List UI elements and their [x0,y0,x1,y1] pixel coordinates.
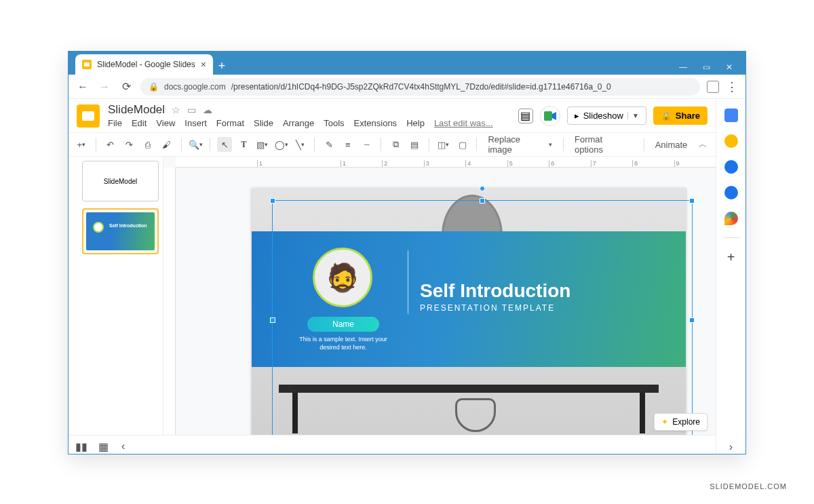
share-label: Share [676,111,700,121]
explore-icon: ✦ [661,417,668,427]
menu-file[interactable]: File [108,118,122,128]
resize-handle[interactable] [270,317,275,323]
menu-help[interactable]: Help [406,118,425,128]
move-icon[interactable]: ▭ [187,104,196,115]
contacts-icon[interactable] [724,186,738,199]
doc-title[interactable]: SlideModel [108,103,165,117]
window-title-bar: SlideModel - Google Slides × + — ▭ ✕ [69,52,745,75]
grid-view-icon[interactable]: ▦ [98,440,111,450]
tab-title: SlideModel - Google Slides [97,60,195,69]
keep-icon[interactable] [724,134,738,148]
address-bar: ← → ⟳ 🔒 docs.google.com/presentation/d/1… [69,75,745,99]
menu-edit[interactable]: Edit [132,118,147,128]
doc-header: SlideModel ☆ ▭ ☁ File Edit View Insert F… [69,99,716,132]
border-dash-button[interactable]: ┄ [360,137,374,152]
browser-window: SlideModel - Google Slides × + — ▭ ✕ ← →… [68,51,746,454]
resize-handle[interactable] [689,198,695,203]
zoom-button[interactable]: 🔍▾ [189,137,204,152]
slideshow-button[interactable]: ▸ Slideshow▼ [567,106,646,125]
resize-handle[interactable] [270,198,275,203]
url-input[interactable]: 🔒 docs.google.com/presentation/d/1hICDq4… [140,78,700,96]
slide-canvas[interactable]: 1123456789 🧔 Name [163,157,716,435]
select-tool[interactable]: ↖ [217,137,232,152]
cloud-status-icon[interactable]: ☁ [203,104,212,115]
redo-button[interactable]: ↷ [121,137,136,152]
comment-button[interactable]: ▤ [407,137,422,152]
format-options-button[interactable]: Format options [570,134,637,155]
collapse-panel-icon[interactable]: ‹ [121,440,134,450]
back-button[interactable]: ← [75,81,90,93]
toolbar: +▾ ↶ ↷ ⎙ 🖌 🔍▾ ↖ 𝐓 ▧▾ ◯▾ ╲▾ ✎ ≡ ┄ ⧉ [69,132,716,157]
close-tab-icon[interactable]: × [201,59,206,70]
new-slide-button[interactable]: +▾ [74,137,89,152]
browser-tab[interactable]: SlideModel - Google Slides × [75,54,213,75]
border-color-button[interactable]: ✎ [322,137,336,152]
horizontal-ruler: 1123456789 [176,157,716,168]
shape-tool[interactable]: ◯▾ [274,137,289,152]
menu-view[interactable]: View [156,118,175,128]
comments-icon[interactable]: ▤ [518,109,533,123]
window-controls: — ▭ ✕ [667,60,745,75]
maps-icon[interactable] [724,212,738,225]
resize-handle[interactable] [480,198,485,203]
image-tool[interactable]: ▧▾ [255,137,270,152]
reload-button[interactable]: ⟳ [119,80,134,93]
menu-extensions[interactable]: Extensions [354,118,398,128]
add-addon-icon[interactable]: + [724,250,738,264]
animate-button[interactable]: Animate [651,140,692,150]
tasks-icon[interactable] [724,160,738,174]
side-panel: + › [716,99,745,454]
rotate-handle[interactable] [480,186,485,191]
browser-menu-icon[interactable]: ⋮ [726,79,739,94]
url-path: /presentation/d/1hICDq4-h9DG-J5sp2ZQkRd7… [231,82,611,92]
collapse-toolbar-icon[interactable]: ︿ [695,137,710,152]
slides-logo-icon[interactable] [77,104,100,128]
menu-insert[interactable]: Insert [185,118,207,128]
slide-thumbnails: 1 SlideModel 2 Self Introduction [69,157,163,435]
resize-handle[interactable] [689,317,695,323]
slide-thumb-1[interactable]: SlideModel [82,161,159,201]
crop-button[interactable]: ◫▾ [436,137,451,152]
extension-icon[interactable] [707,81,719,93]
new-tab-button[interactable]: + [213,57,231,75]
watermark: SLIDEMODEL.COM [710,482,787,490]
close-window-icon[interactable]: ✕ [720,62,739,72]
svg-rect-0 [544,111,552,121]
slide-thumb-2[interactable]: Self Introduction [82,208,159,254]
menu-tools[interactable]: Tools [324,118,344,128]
slideshow-label: Slideshow [583,111,623,121]
link-button[interactable]: ⧉ [388,137,403,152]
slideshow-dropdown-icon[interactable]: ▼ [627,112,639,119]
star-icon[interactable]: ☆ [172,104,180,115]
thumb-1-text: SlideModel [83,161,158,201]
undo-button[interactable]: ↶ [103,137,118,152]
calendar-icon[interactable] [724,109,738,122]
border-weight-button[interactable]: ≡ [341,137,355,152]
lock-icon: 🔒 [149,82,159,92]
menu-slide[interactable]: Slide [254,118,273,128]
replace-image-button[interactable]: Replace image▾ [484,134,556,155]
menu-arrange[interactable]: Arrange [283,118,314,128]
print-button[interactable]: ⎙ [140,137,155,152]
line-tool[interactable]: ╲▾ [292,137,307,152]
textbox-tool[interactable]: 𝐓 [236,137,251,152]
filmstrip-view-icon[interactable]: ▮▮ [75,440,88,450]
mask-button[interactable]: ▢ [455,137,470,152]
minimize-icon[interactable]: — [674,62,693,72]
explore-button[interactable]: ✦ Explore [654,413,708,431]
hide-side-panel-icon[interactable]: › [724,440,738,454]
explore-label: Explore [672,417,700,427]
slides-favicon-icon [82,60,92,69]
selection-box[interactable] [272,200,693,435]
slide-content: 🧔 Name This is a sample text. Insert you… [252,188,686,435]
share-button[interactable]: 🔒 Share [653,106,708,125]
last-edit-link[interactable]: Last edit was... [434,118,493,128]
menu-format[interactable]: Format [216,118,244,128]
vertical-ruler [163,168,176,435]
maximize-icon[interactable]: ▭ [697,62,716,72]
meet-icon[interactable] [540,106,560,126]
forward-button[interactable]: → [97,81,112,93]
url-host: docs.google.com [164,82,226,92]
paint-format-button[interactable]: 🖌 [159,137,174,152]
menu-bar: File Edit View Insert Format Slide Arran… [108,118,510,128]
